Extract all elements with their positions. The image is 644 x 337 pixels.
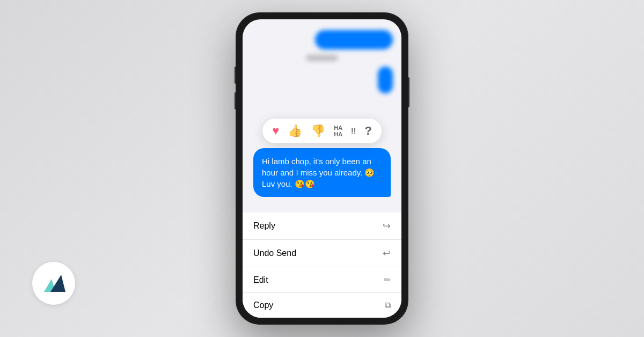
logo-container bbox=[32, 262, 75, 305]
message-text: Hi lamb chop, it's only been an hour and… bbox=[262, 157, 375, 188]
phone-screen: ♥ 👍 👎 HAHA !! ? Hi lamb chop, it's only … bbox=[243, 19, 401, 318]
reaction-bar: ♥ 👍 👎 HAHA !! ? bbox=[262, 119, 382, 143]
power-button bbox=[408, 77, 409, 107]
undo-send-icon: ↩ bbox=[383, 247, 391, 259]
volume-up-button bbox=[235, 67, 236, 84]
volume-down-button bbox=[235, 92, 236, 109]
phone-frame: ♥ 👍 👎 HAHA !! ? Hi lamb chop, it's only … bbox=[236, 13, 408, 324]
reaction-exclaim[interactable]: !! bbox=[351, 127, 356, 135]
menu-item-edit[interactable]: Edit ✏ bbox=[243, 267, 401, 293]
active-message-area: Hi lamb chop, it's only been an hour and… bbox=[253, 148, 391, 197]
menu-label-edit: Edit bbox=[253, 275, 268, 285]
menu-item-undo-send[interactable]: Undo Send ↩ bbox=[243, 240, 401, 267]
blurred-timestamp bbox=[306, 55, 338, 61]
reaction-thumbs-down[interactable]: 👎 bbox=[311, 124, 325, 138]
reaction-question[interactable]: ? bbox=[364, 124, 371, 138]
menu-label-copy: Copy bbox=[253, 301, 273, 310]
reaction-thumbs-up[interactable]: 👍 bbox=[288, 124, 302, 138]
menu-label-reply: Reply bbox=[253, 221, 275, 231]
reaction-haha[interactable]: HAHA bbox=[334, 124, 342, 137]
blurred-bubble-1 bbox=[315, 30, 393, 49]
menu-label-undo-send: Undo Send bbox=[253, 248, 296, 258]
menu-item-reply[interactable]: Reply ↩ bbox=[243, 213, 401, 240]
blurred-bubble-2 bbox=[378, 67, 393, 93]
copy-icon: ⧉ bbox=[385, 301, 391, 310]
reply-icon: ↩ bbox=[383, 220, 391, 232]
message-bubble: Hi lamb chop, it's only been an hour and… bbox=[253, 148, 391, 197]
logo-icon bbox=[42, 273, 65, 294]
context-menu: Reply ↩ Undo Send ↩ Edit ✏ Copy ⧉ bbox=[243, 213, 401, 318]
reaction-heart[interactable]: ♥ bbox=[272, 124, 279, 138]
menu-item-copy[interactable]: Copy ⧉ bbox=[243, 293, 401, 318]
edit-icon: ✏ bbox=[384, 275, 391, 285]
